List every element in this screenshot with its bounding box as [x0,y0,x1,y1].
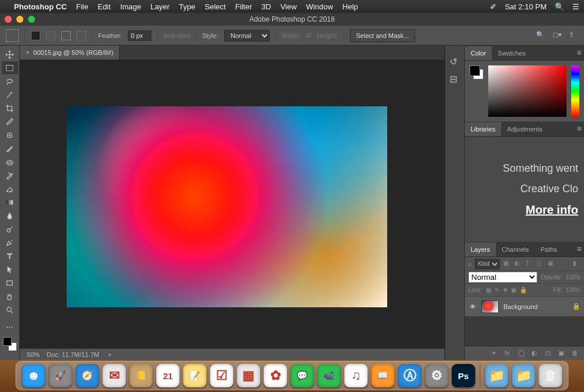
dock-app-itunes[interactable]: ♫ [345,364,368,387]
brush-tool[interactable] [2,142,18,155]
dock-app-downloads[interactable]: 📁 [485,364,509,387]
dock-app-appstore[interactable]: Ⓐ [398,364,422,387]
dock-app-contacts[interactable]: 📒 [130,364,153,387]
menu-3d[interactable]: 3D [262,2,272,11]
app-menu[interactable]: Photoshop CC [14,2,67,11]
layer-visibility-icon[interactable]: 👁 [468,303,477,310]
feather-input[interactable] [128,30,151,41]
color-field[interactable] [488,65,566,117]
type-tool[interactable] [2,249,18,262]
blur-tool[interactable] [2,209,18,222]
lock-position-icon[interactable]: ✥ [503,287,507,293]
workspace-icon[interactable]: ▢▾ [552,31,562,40]
layer-lock-icon[interactable]: 🔒 [572,303,580,310]
layers-empty-area[interactable] [465,317,584,346]
tab-swatches[interactable]: Swatches [492,46,531,60]
edit-toolbar-icon[interactable]: ⋯ [2,320,18,333]
dock-app-ibooks[interactable]: 📖 [371,364,395,387]
dock-app-photoshop[interactable]: Ps [452,364,475,387]
foreground-background-swatches[interactable] [3,337,17,351]
hand-tool[interactable] [2,290,18,303]
current-tool-icon[interactable] [6,29,19,42]
foreground-color-swatch[interactable] [3,337,12,346]
lock-brush-icon[interactable]: ✎ [495,287,499,293]
selection-subtract-icon[interactable] [61,31,71,40]
adjustment-layer-icon[interactable]: ◐ [531,349,539,357]
menu-file[interactable]: File [76,2,88,11]
filter-type-icon[interactable]: T [526,260,533,268]
zoom-level[interactable]: 50% [27,351,40,358]
window-zoom-button[interactable] [28,16,35,23]
window-minimize-button[interactable] [16,16,23,23]
color-panel-menu-icon[interactable]: ≡ [577,48,582,57]
layer-mask-icon[interactable]: ◯ [518,349,526,357]
layer-group-icon[interactable]: 🗀 [545,349,552,357]
layer-kind-filter[interactable]: Kind [475,259,500,269]
menu-view[interactable]: View [280,2,297,11]
menu-layer[interactable]: Layer [151,2,170,11]
history-panel-icon[interactable]: ↺ [450,56,460,67]
magic-wand-tool[interactable] [2,88,18,101]
tab-paths[interactable]: Paths [535,242,563,256]
layers-panel-menu-icon[interactable]: ≡ [577,244,582,254]
dock-app-messages[interactable]: 💬 [291,364,314,387]
filter-shape-icon[interactable]: ◻ [537,260,544,268]
menu-image[interactable]: Image [120,2,141,11]
menubar-clock[interactable]: Sat 2:10 PM [505,2,547,11]
close-tab-icon[interactable]: × [26,48,30,57]
color-panel-swatches[interactable] [470,65,484,79]
eyedropper-tool[interactable] [2,115,18,128]
gradient-tool[interactable] [2,196,18,209]
new-layer-icon[interactable]: ▣ [558,349,566,357]
rectangle-tool[interactable] [2,276,18,289]
tab-channels[interactable]: Channels [496,242,534,256]
pen-tool[interactable] [2,236,18,249]
layer-thumbnail[interactable] [481,300,499,313]
eraser-tool[interactable] [2,182,18,195]
share-icon[interactable]: ⇪ [569,31,578,40]
document-tab[interactable]: × 00015.jpg @ 50% (RGB/8#) [20,46,120,60]
layer-fx-icon[interactable]: fx [505,349,512,357]
lock-artboard-icon[interactable]: ▣ [511,287,516,293]
filter-pixel-icon[interactable]: ▦ [503,260,511,268]
path-selection-tool[interactable] [2,263,18,276]
move-tool[interactable] [2,48,18,61]
crop-tool[interactable] [2,102,18,115]
blend-mode-select[interactable]: Normal [468,272,537,283]
link-layers-icon[interactable]: ⚭ [491,349,499,357]
menubar-list-icon[interactable]: ☰ [572,2,579,11]
tab-color[interactable]: Color [465,46,492,60]
delete-layer-icon[interactable]: 🗑 [572,349,579,357]
tab-adjustments[interactable]: Adjustments [501,122,548,136]
lock-all-icon[interactable]: 🔒 [520,287,527,293]
lock-pixels-icon[interactable]: ▦ [486,287,491,293]
tab-layers[interactable]: Layers [465,242,496,256]
dock-app-documents[interactable]: 📁 [512,364,536,387]
libraries-panel-menu-icon[interactable]: ≡ [577,124,582,133]
lasso-tool[interactable] [2,75,18,88]
selection-intersect-icon[interactable] [77,31,86,40]
color-fg-swatch[interactable] [470,65,480,76]
canvas-image[interactable] [67,106,387,307]
filter-adjust-icon[interactable]: ◐ [515,260,522,268]
spotlight-icon[interactable]: 🔍 [555,2,564,11]
menu-filter[interactable]: Filter [235,2,252,11]
filter-smart-icon[interactable]: ▣ [548,260,555,268]
canvas-viewport[interactable] [20,60,444,348]
dock-app-trash[interactable]: 🗑 [539,364,562,387]
status-menu-icon[interactable]: ▸ [109,351,112,358]
tab-libraries[interactable]: Libraries [465,122,501,136]
history-brush-tool[interactable] [2,169,18,182]
dodge-tool[interactable] [2,223,18,235]
menu-select[interactable]: Select [204,2,225,11]
dock-app-calendar[interactable]: 21 [157,364,180,387]
dock-app-notes[interactable]: 📝 [183,364,207,387]
selection-new-icon[interactable] [31,31,40,40]
dock-app-safari[interactable]: 🧭 [76,364,99,387]
doc-size[interactable]: Doc: 11.7M/11.7M [47,351,99,358]
rectangular-marquee-tool[interactable] [2,61,18,74]
menubar-script-icon[interactable]: ✐ [490,2,496,11]
dock-app-photos[interactable]: ✿ [264,364,287,387]
window-close-button[interactable] [5,16,12,23]
menu-window[interactable]: Window [306,2,333,11]
